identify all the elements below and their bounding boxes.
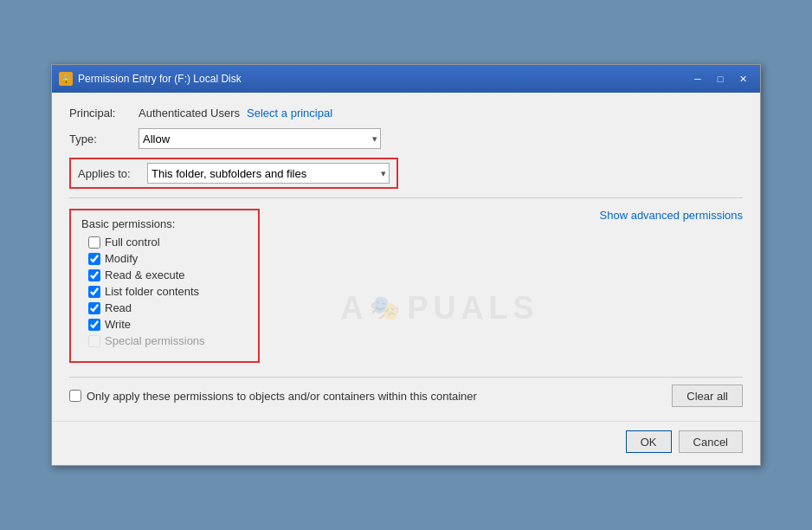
perm-list-folder-row: List folder contents [88, 285, 248, 298]
perm-list-folder-checkbox[interactable] [88, 286, 100, 298]
title-bar-left: 🔒 Permission Entry for (F:) Local Disk [59, 72, 242, 86]
cancel-button[interactable]: Cancel [679, 430, 743, 453]
ok-button[interactable]: OK [626, 430, 672, 453]
only-apply-label[interactable]: Only apply these permissions to objects … [87, 390, 477, 403]
divider [69, 197, 743, 198]
applies-to-dropdown[interactable]: This folder, subfolders and files This f… [147, 163, 390, 184]
perm-write-row: Write [88, 318, 248, 331]
perm-read-label[interactable]: Read [105, 301, 132, 314]
title-bar: 🔒 Permission Entry for (F:) Local Disk ─… [52, 65, 760, 93]
type-label: Type: [69, 132, 139, 145]
window-body: Principal: Authenticated Users Select a … [52, 93, 760, 421]
show-advanced-link[interactable]: Show advanced permissions [600, 209, 743, 222]
footer: OK Cancel [52, 421, 760, 465]
perm-modify-label[interactable]: Modify [105, 252, 138, 265]
perm-read-execute-label[interactable]: Read & execute [105, 268, 185, 281]
watermark: A🎭PUALS [340, 290, 538, 326]
clear-all-button[interactable]: Clear all [672, 385, 743, 407]
principal-value: Authenticated Users [139, 107, 240, 120]
basic-permissions-label: Basic permissions: [81, 217, 248, 230]
type-dropdown-wrapper: Allow Deny [139, 128, 381, 149]
perm-read-execute-row: Read & execute [88, 268, 248, 281]
perm-full-control-checkbox[interactable] [88, 236, 100, 249]
type-row: Type: Allow Deny [69, 128, 743, 149]
window-icon: 🔒 [59, 72, 73, 86]
applies-to-label: Applies to: [78, 167, 147, 180]
perm-full-control-label[interactable]: Full control [105, 236, 160, 249]
perm-read-execute-checkbox[interactable] [88, 269, 100, 281]
basic-permissions-box: Basic permissions: Full control Modify R… [69, 209, 260, 363]
perm-modify-checkbox[interactable] [88, 253, 100, 265]
perm-full-control-row: Full control [88, 236, 248, 249]
perm-modify-row: Modify [88, 252, 248, 265]
permissions-section: A🎭PUALS Show advanced permissions Basic … [69, 209, 743, 407]
perm-special-label: Special permissions [105, 334, 205, 347]
applies-to-dropdown-wrapper: This folder, subfolders and files This f… [147, 163, 390, 184]
maximize-button[interactable]: □ [710, 70, 731, 87]
perm-list-folder-label[interactable]: List folder contents [105, 285, 199, 298]
perm-read-checkbox[interactable] [88, 302, 100, 314]
close-button[interactable]: ✕ [732, 70, 753, 87]
title-bar-controls: ─ □ ✕ [687, 70, 753, 87]
minimize-button[interactable]: ─ [687, 70, 708, 87]
perm-special-checkbox [88, 335, 100, 347]
window-title: Permission Entry for (F:) Local Disk [78, 73, 242, 85]
select-principal-link[interactable]: Select a principal [247, 107, 332, 120]
bottom-checkbox-row: Only apply these permissions to objects … [69, 377, 743, 407]
perm-read-row: Read [88, 301, 248, 314]
perm-write-checkbox[interactable] [88, 319, 100, 331]
principal-label: Principal: [69, 107, 139, 120]
perm-special-row: Special permissions [88, 334, 248, 347]
applies-to-row: Applies to: This folder, subfolders and … [69, 158, 398, 189]
principal-row: Principal: Authenticated Users Select a … [69, 107, 743, 120]
perm-write-label[interactable]: Write [105, 318, 131, 331]
type-dropdown[interactable]: Allow Deny [139, 128, 381, 149]
permission-entry-window: 🔒 Permission Entry for (F:) Local Disk ─… [51, 64, 761, 466]
only-apply-checkbox[interactable] [69, 390, 81, 402]
bottom-checkbox-left: Only apply these permissions to objects … [69, 390, 477, 403]
